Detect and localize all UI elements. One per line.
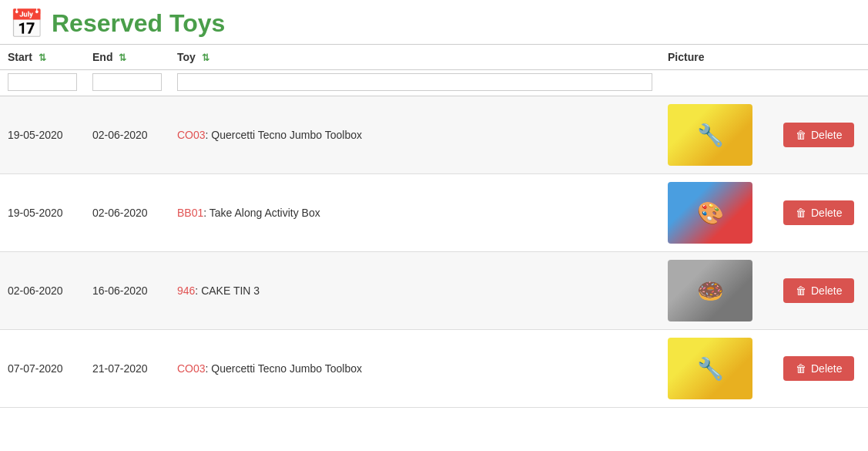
filter-row <box>0 70 868 96</box>
sort-icon-start: ⇅ <box>39 52 46 63</box>
trash-icon: 🗑 <box>796 362 806 375</box>
calendar-icon: 📅 <box>9 10 44 38</box>
toy-code: BB01 <box>177 207 203 219</box>
toy-separator: : <box>203 207 209 219</box>
col-header-toy[interactable]: Toy ⇅ <box>169 45 660 70</box>
cell-end: 02-06-2020 <box>85 96 169 174</box>
delete-label: Delete <box>811 129 842 141</box>
cell-start: 19-05-2020 <box>0 174 85 252</box>
cell-picture: 🔧 <box>660 330 776 408</box>
table-header-row: Start ⇅ End ⇅ Toy ⇅ Picture <box>0 45 868 70</box>
delete-button[interactable]: 🗑 Delete <box>783 356 854 381</box>
sort-icon-toy: ⇅ <box>202 52 209 63</box>
delete-label: Delete <box>811 207 842 219</box>
toy-code: CO03 <box>177 129 206 141</box>
cell-start: 07-07-2020 <box>0 330 85 408</box>
filter-cell-start <box>0 70 85 96</box>
cell-action: 🗑 Delete <box>776 96 868 174</box>
cell-start: 19-05-2020 <box>0 96 85 174</box>
delete-label: Delete <box>811 362 842 375</box>
cell-toy: BB01: Take Along Activity Box <box>169 174 660 252</box>
reserved-toys-table: Start ⇅ End ⇅ Toy ⇅ Picture <box>0 45 868 408</box>
toy-name: Quercetti Tecno Jumbo Toolbox <box>211 362 362 375</box>
table-body: 19-05-2020 02-06-2020 CO03: Quercetti Te… <box>0 96 868 408</box>
delete-button[interactable]: 🗑 Delete <box>783 200 854 225</box>
table-row: 07-07-2020 21-07-2020 CO03: Quercetti Te… <box>0 330 868 408</box>
cell-action: 🗑 Delete <box>776 330 868 408</box>
filter-cell-end <box>85 70 169 96</box>
toy-image: 🔧 <box>668 338 752 399</box>
cell-start: 02-06-2020 <box>0 252 85 330</box>
trash-icon: 🗑 <box>796 129 806 141</box>
toy-code: 946 <box>177 284 195 297</box>
table-row: 19-05-2020 02-06-2020 BB01: Take Along A… <box>0 174 868 252</box>
trash-icon: 🗑 <box>796 207 806 219</box>
cell-end: 02-06-2020 <box>85 174 169 252</box>
toy-name: CAKE TIN 3 <box>201 284 260 297</box>
col-header-end[interactable]: End ⇅ <box>85 45 169 70</box>
toy-separator: : <box>195 284 201 297</box>
toy-name: Quercetti Tecno Jumbo Toolbox <box>211 129 362 141</box>
filter-end-input[interactable] <box>92 73 162 91</box>
cell-action: 🗑 Delete <box>776 252 868 330</box>
trash-icon: 🗑 <box>796 284 806 297</box>
filter-cell-picture <box>660 70 776 96</box>
cell-picture: 🔧 <box>660 96 776 174</box>
cell-action: 🗑 Delete <box>776 174 868 252</box>
page-header: 📅 Reserved Toys <box>0 0 868 44</box>
col-header-start[interactable]: Start ⇅ <box>0 45 85 70</box>
toy-code: CO03 <box>177 362 206 375</box>
cell-toy: 946: CAKE TIN 3 <box>169 252 660 330</box>
delete-label: Delete <box>811 284 842 297</box>
cell-picture: 🍩 <box>660 252 776 330</box>
reserved-toys-table-container: Start ⇅ End ⇅ Toy ⇅ Picture <box>0 44 868 408</box>
cell-end: 21-07-2020 <box>85 330 169 408</box>
delete-button[interactable]: 🗑 Delete <box>783 123 854 147</box>
col-header-action <box>776 45 868 70</box>
filter-start-input[interactable] <box>8 73 77 91</box>
delete-button[interactable]: 🗑 Delete <box>783 278 854 303</box>
table-row: 19-05-2020 02-06-2020 CO03: Quercetti Te… <box>0 96 868 174</box>
toy-image: 🎨 <box>668 182 752 244</box>
filter-toy-input[interactable] <box>177 73 652 91</box>
cell-end: 16-06-2020 <box>85 252 169 330</box>
sort-icon-end: ⇅ <box>119 52 126 63</box>
table-row: 02-06-2020 16-06-2020 946: CAKE TIN 3 🍩 … <box>0 252 868 330</box>
col-header-picture: Picture <box>660 45 776 70</box>
page-title: Reserved Toys <box>52 9 225 38</box>
cell-toy: CO03: Quercetti Tecno Jumbo Toolbox <box>169 330 660 408</box>
toy-image: 🔧 <box>668 104 752 166</box>
filter-cell-toy <box>169 70 660 96</box>
cell-toy: CO03: Quercetti Tecno Jumbo Toolbox <box>169 96 660 174</box>
toy-name: Take Along Activity Box <box>209 207 320 219</box>
cell-picture: 🎨 <box>660 174 776 252</box>
toy-image: 🍩 <box>668 260 752 321</box>
filter-cell-action <box>776 70 868 96</box>
